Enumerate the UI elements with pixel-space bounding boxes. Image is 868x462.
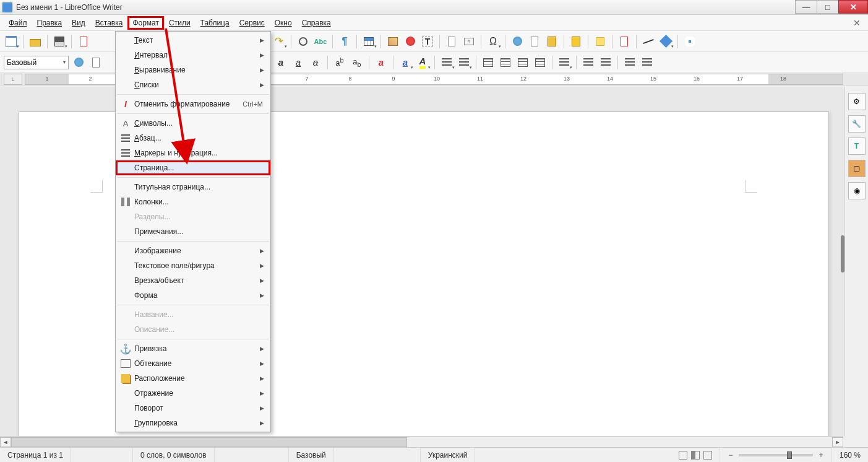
close-doc-icon[interactable]: ✕	[849, 18, 864, 28]
horizontal-scrollbar[interactable]: ◄ ►	[0, 436, 843, 447]
decrease-indent-button[interactable]	[598, 55, 613, 70]
bullet-list-button[interactable]	[439, 55, 454, 70]
menu-item-маркеры-и-нумерация[interactable]: Маркеры и нумерация...	[116, 146, 270, 160]
track-changes-button[interactable]	[617, 34, 632, 49]
insert-special-char-button[interactable]: Ω	[486, 34, 501, 49]
ruler-corner[interactable]: L	[4, 74, 22, 85]
align-justify-button[interactable]	[533, 55, 548, 70]
menu-item-форма[interactable]: Форма▶	[116, 288, 270, 303]
menu-item-изображение[interactable]: Изображение▶	[116, 243, 270, 258]
status-page[interactable]: Страница 1 из 1	[0, 448, 71, 462]
draw-line-button[interactable]	[641, 34, 656, 49]
spellcheck-button[interactable]: Abc	[313, 34, 328, 49]
menu-styles[interactable]: Стили	[164, 16, 196, 30]
font-color-button[interactable]: a	[398, 55, 413, 70]
menu-item-текст[interactable]: Текст▶	[116, 33, 270, 48]
underline-button[interactable]: a	[291, 55, 306, 70]
scroll-right-button[interactable]: ►	[832, 437, 843, 447]
find-button[interactable]	[296, 34, 311, 49]
menu-view[interactable]: Вид	[67, 16, 90, 30]
close-button[interactable]: ✕	[838, 0, 868, 14]
menu-item-текстовое-поле-фигура[interactable]: Текстовое поле/фигура▶	[116, 258, 270, 273]
menu-item-отражение[interactable]: Отражение▶	[116, 386, 270, 401]
update-style-button[interactable]	[71, 55, 86, 70]
menu-table[interactable]: Таблица	[196, 16, 234, 30]
new-doc-button[interactable]	[4, 34, 19, 49]
clear-formatting-button[interactable]: a	[374, 55, 389, 70]
highlight-color-button[interactable]: A	[415, 55, 430, 70]
sidebar-navigator-icon[interactable]: ▢	[848, 160, 866, 177]
zoom-in-button[interactable]: +	[817, 451, 825, 460]
scroll-left-button[interactable]: ◄	[0, 437, 11, 447]
superscript-button[interactable]: ab	[332, 55, 347, 70]
insert-note-button[interactable]	[593, 34, 608, 49]
menu-window[interactable]: Окно	[270, 16, 297, 30]
align-left-button[interactable]	[481, 55, 496, 70]
menu-item-привязка[interactable]: ⚓Привязка▶	[116, 341, 270, 356]
menu-item-колонки[interactable]: Колонки...	[116, 194, 270, 209]
open-button[interactable]	[28, 34, 43, 49]
menu-edit[interactable]: Правка	[32, 16, 67, 30]
decrease-para-space-button[interactable]	[640, 55, 655, 70]
insert-bookmark-button[interactable]	[544, 34, 559, 49]
menu-item-списки[interactable]: Списки▶	[116, 77, 270, 92]
align-center-button[interactable]	[498, 55, 513, 70]
basic-shapes-button[interactable]	[658, 34, 673, 49]
insert-field-button[interactable]: #	[462, 34, 476, 49]
increase-para-space-button[interactable]	[622, 55, 637, 70]
insert-pagebreak-button[interactable]	[444, 34, 459, 49]
menu-item-поворот[interactable]: Поворот▶	[116, 401, 270, 416]
number-list-button[interactable]	[457, 55, 471, 70]
subscript-button[interactable]: ab	[350, 55, 364, 70]
zoom-control[interactable]: − +	[720, 451, 831, 460]
menu-insert[interactable]: Вставка	[90, 16, 128, 30]
menu-item-расположение[interactable]: Расположение▶	[116, 371, 270, 386]
menu-item-врезка-объект[interactable]: Врезка/объект▶	[116, 273, 270, 288]
menu-file[interactable]: Файл	[4, 16, 32, 30]
increase-indent-button[interactable]	[581, 55, 596, 70]
insert-footnote-button[interactable]	[527, 34, 542, 49]
sidebar-styles-icon[interactable]: 🔧	[848, 115, 866, 133]
new-style-button[interactable]	[88, 55, 103, 70]
zoom-slider[interactable]	[739, 454, 813, 456]
zoom-percent[interactable]: 160 %	[831, 448, 868, 462]
zoom-out-button[interactable]: −	[726, 451, 735, 460]
menu-item-символы[interactable]: AСимволы...	[116, 116, 270, 131]
redo-button[interactable]: ↶	[272, 34, 286, 49]
menu-item-отменить-форматирование[interactable]: IОтменить форматированиеCtrl+M	[116, 97, 270, 111]
sidebar-compass-icon[interactable]: ◉	[848, 182, 866, 199]
menu-item-страница[interactable]: Страница...	[116, 160, 270, 175]
menu-item-абзац[interactable]: Абзац...	[116, 131, 270, 146]
italic-button[interactable]: a	[273, 55, 288, 70]
line-spacing-button[interactable]	[557, 55, 572, 70]
formatting-marks-button[interactable]: ¶	[337, 34, 352, 49]
minimize-button[interactable]: —	[795, 0, 817, 14]
strikethrough-button[interactable]: a	[308, 55, 323, 70]
insert-table-button[interactable]	[361, 34, 376, 49]
sidebar-properties-icon[interactable]: ⚙	[848, 93, 866, 110]
menu-item-выравнивание[interactable]: Выравнивание▶	[116, 63, 270, 77]
paragraph-style-select[interactable]: Базовый	[4, 56, 69, 69]
insert-chart-button[interactable]	[403, 34, 418, 49]
menu-item-интервал[interactable]: Интервал▶	[116, 48, 270, 63]
menu-item-примечания[interactable]: Примечания...	[116, 224, 270, 239]
scroll-thumb[interactable]	[11, 437, 407, 447]
status-view-icons[interactable]	[671, 448, 720, 462]
status-page-style[interactable]: Базовый	[289, 448, 334, 462]
show-grid-button[interactable]	[682, 34, 697, 49]
insert-image-button[interactable]	[385, 34, 400, 49]
save-button[interactable]	[52, 34, 67, 49]
menu-item-обтекание[interactable]: Обтекание▶	[116, 356, 270, 371]
insert-hyperlink-button[interactable]	[510, 34, 525, 49]
menu-tools[interactable]: Сервис	[234, 16, 270, 30]
sidebar-gallery-icon[interactable]: T	[848, 137, 866, 155]
status-word-count[interactable]: 0 слов, 0 символов	[133, 448, 215, 462]
export-pdf-button[interactable]	[76, 34, 91, 49]
menu-help[interactable]: Справка	[297, 16, 336, 30]
maximize-button[interactable]: □	[817, 0, 839, 14]
status-language[interactable]: Украинский	[421, 448, 476, 462]
insert-textbox-button[interactable]: T	[420, 34, 435, 49]
menu-format[interactable]: Формат	[127, 16, 164, 30]
insert-comment-button[interactable]	[569, 34, 583, 49]
menu-item-титульная-страница[interactable]: Титульная страница...	[116, 180, 270, 194]
